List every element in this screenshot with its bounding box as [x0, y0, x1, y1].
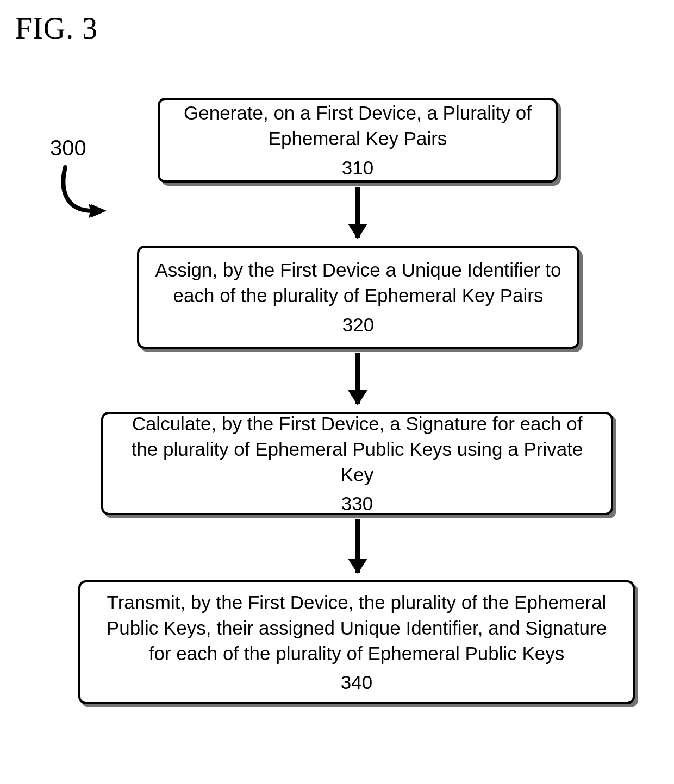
flow-arrow-icon: [355, 519, 360, 573]
flow-step-330: Calculate, by the First Device, a Signat…: [101, 412, 613, 515]
flow-arrow-icon: [355, 353, 360, 404]
flow-step-text: Assign, by the First Device a Unique Ide…: [154, 257, 562, 309]
flow-step-number: 320: [342, 312, 374, 337]
svg-marker-0: [91, 204, 107, 217]
flow-step-text: Generate, on a First Device, a Plurality…: [175, 100, 540, 152]
flow-step-340: Transmit, by the First Device, the plura…: [78, 580, 635, 704]
reference-arrow-icon: [54, 162, 120, 227]
flow-step-320: Assign, by the First Device a Unique Ide…: [137, 246, 579, 349]
figure-title: FIG. 3: [15, 11, 98, 46]
flow-step-number: 340: [341, 669, 372, 695]
flow-arrow-icon: [355, 187, 360, 238]
flow-step-number: 330: [341, 491, 373, 516]
flow-step-number: 310: [342, 155, 373, 180]
flow-step-text: Transmit, by the First Device, the plura…: [96, 589, 617, 667]
figure-reference-number: 300: [50, 136, 86, 160]
flow-step-text: Calculate, by the First Device, a Signat…: [118, 411, 596, 488]
flow-step-310: Generate, on a First Device, a Plurality…: [158, 98, 558, 183]
